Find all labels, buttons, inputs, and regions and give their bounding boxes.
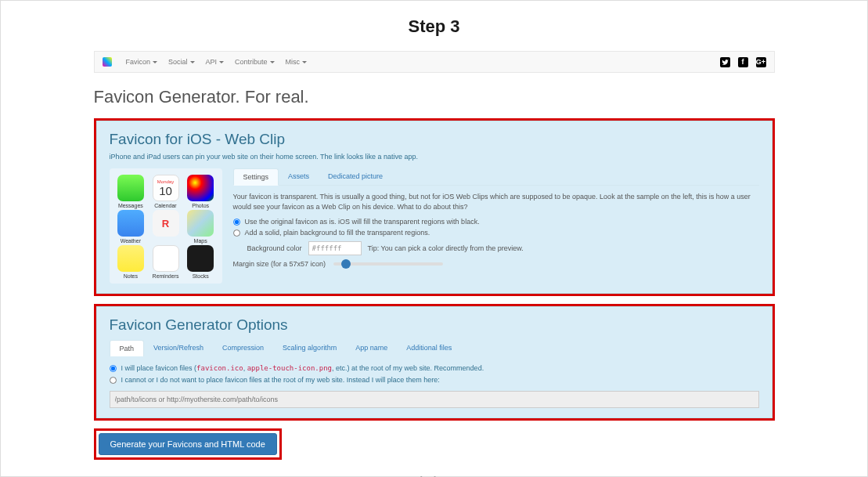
footer-brand: www.belvg.com xyxy=(391,474,477,477)
radio-custom-path-label: I cannot or I do not want to place favic… xyxy=(121,376,440,384)
logo-icon[interactable] xyxy=(103,57,112,67)
tab-settings[interactable]: Settings xyxy=(233,168,279,186)
stocks-app-icon xyxy=(187,245,214,272)
slider-thumb[interactable] xyxy=(341,259,351,269)
chevron-down-icon xyxy=(190,61,195,63)
tab-assets[interactable]: Assets xyxy=(279,168,319,185)
path-input[interactable] xyxy=(110,391,759,408)
maps-app-icon xyxy=(187,210,214,237)
options-tabs: Path Version/Refresh Compression Scaling… xyxy=(110,340,759,356)
page-title: Favicon Generator. For real. xyxy=(94,87,775,107)
chevron-down-icon xyxy=(219,61,224,63)
generate-highlight: Generate your Favicons and HTML code xyxy=(94,428,282,460)
radio-solid-bg-label: Add a solid, plain background to fill th… xyxy=(245,229,430,237)
messages-app-icon xyxy=(117,175,144,201)
twitter-icon[interactable] xyxy=(720,57,730,67)
ios-subheading: iPhone and iPad users can pin your web s… xyxy=(110,153,759,161)
options-heading: Favicon Generator Options xyxy=(110,316,759,334)
photos-app-icon xyxy=(187,175,214,201)
tab-dedicated[interactable]: Dedicated picture xyxy=(319,168,392,185)
ios-heading: Favicon for iOS - Web Clip xyxy=(110,131,759,148)
nav-social[interactable]: Social xyxy=(168,58,195,66)
reminders-label: Reminders xyxy=(149,273,182,279)
tab-version[interactable]: Version/Refresh xyxy=(144,340,213,356)
calendar-label: Calendar xyxy=(149,203,182,208)
radio-original[interactable] xyxy=(233,219,240,226)
tab-appname[interactable]: App name xyxy=(346,340,397,356)
radio-original-label: Use the original favicon as is. iOS will… xyxy=(245,218,480,226)
nav-contribute[interactable]: Contribute xyxy=(235,58,275,66)
nav-favicon[interactable]: Favicon xyxy=(126,58,158,66)
ios-tabs: Settings Assets Dedicated picture xyxy=(233,168,759,186)
messages-label: Messages xyxy=(114,203,148,208)
tab-additional[interactable]: Additional files xyxy=(397,340,461,356)
bg-color-tip: Tip: You can pick a color directly from … xyxy=(368,244,524,252)
radio-root-label: I will place favicon files (favicon.ico,… xyxy=(121,364,484,372)
generate-button[interactable]: Generate your Favicons and HTML code xyxy=(99,433,277,455)
sample-app-icon: R xyxy=(153,210,179,237)
options-panel-highlight: Favicon Generator Options Path Version/R… xyxy=(94,304,775,421)
ios-description: Your favicon is transparent. This is usu… xyxy=(233,192,759,211)
chevron-down-icon xyxy=(302,61,307,63)
maps-label: Maps xyxy=(184,238,218,244)
tab-compression[interactable]: Compression xyxy=(213,340,273,356)
weather-label: Weather xyxy=(114,238,148,244)
stocks-label: Stocks xyxy=(184,273,218,279)
weather-app-icon xyxy=(117,210,144,237)
bg-color-label: Background color xyxy=(247,244,302,252)
facebook-icon[interactable]: f xyxy=(738,57,748,67)
radio-root[interactable] xyxy=(110,365,117,372)
chevron-down-icon xyxy=(270,61,275,63)
chevron-down-icon xyxy=(153,61,157,63)
margin-slider[interactable] xyxy=(333,262,443,266)
photos-label: Photos xyxy=(184,203,218,208)
notes-label: Notes xyxy=(114,273,148,279)
reminders-app-icon xyxy=(153,245,179,272)
radio-custom-path[interactable] xyxy=(110,377,117,384)
nav-api[interactable]: API xyxy=(206,58,225,66)
tab-path[interactable]: Path xyxy=(110,340,145,356)
margin-label: Margin size (for a 57x57 icon) xyxy=(233,260,326,268)
step-title: Step 3 xyxy=(408,16,459,37)
radio-solid-bg[interactable] xyxy=(233,229,240,237)
tab-scaling[interactable]: Scaling algorithm xyxy=(273,340,346,356)
googleplus-icon[interactable]: G+ xyxy=(756,57,766,67)
notes-app-icon xyxy=(117,245,144,272)
nav-misc[interactable]: Misc xyxy=(286,58,308,66)
ios-preview-grid: Messages Monday10Calendar Photos Weather… xyxy=(110,168,222,284)
ios-panel-highlight: Favicon for iOS - Web Clip iPhone and iP… xyxy=(94,118,775,296)
bg-color-input[interactable] xyxy=(308,241,362,255)
navbar: Favicon Social API Contribute Misc f G+ xyxy=(94,51,775,73)
calendar-app-icon: Monday10 xyxy=(153,175,179,201)
